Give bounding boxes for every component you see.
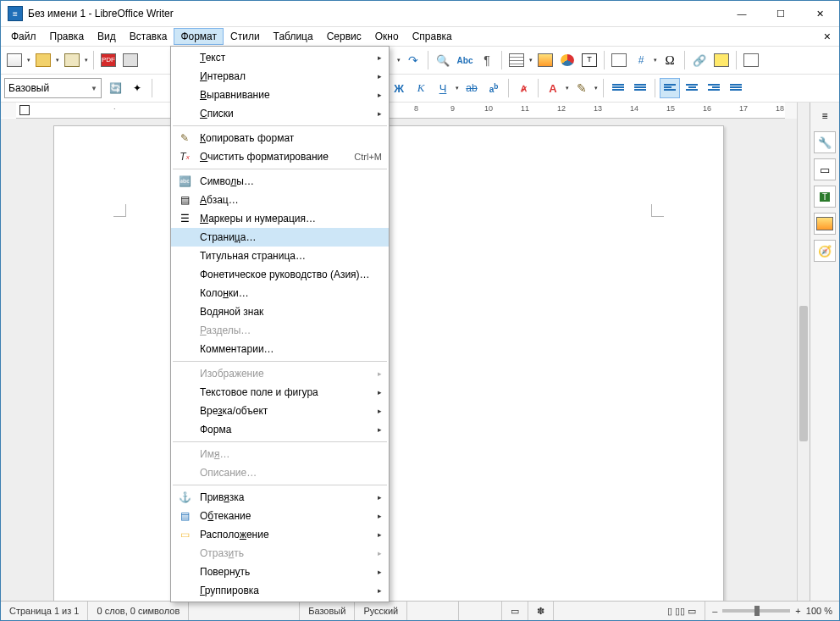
menu-item-title-page[interactable]: Титульная страница… xyxy=(171,247,389,265)
align-left-button[interactable] xyxy=(660,78,680,98)
underline-button[interactable]: Ч▾ xyxy=(433,78,453,98)
insert-special-char-button[interactable]: Ω xyxy=(660,50,680,70)
zoom-in-icon[interactable]: + xyxy=(795,606,800,616)
menu-item-align[interactable]: Выравнивание▸ xyxy=(171,86,389,104)
status-signature[interactable]: ✽ xyxy=(528,602,554,620)
menu-item-frame-object[interactable]: Врезка/объект▸ xyxy=(171,402,389,420)
menu-edit[interactable]: Правка xyxy=(43,28,91,45)
draw-functions-button[interactable] xyxy=(741,50,761,70)
export-pdf-button[interactable]: PDF xyxy=(98,50,119,70)
menu-item-bullets-numbering[interactable]: ☰Маркеры и нумерация… xyxy=(171,209,389,228)
align-justify-button[interactable] xyxy=(726,78,746,98)
status-view-layout[interactable]: ▯ ▯▯ ▭ xyxy=(659,602,705,620)
menu-styles[interactable]: Стили xyxy=(224,28,267,45)
menu-item-text-frame[interactable]: Текстовое поле и фигура▸ xyxy=(171,383,389,402)
highlight-button[interactable]: ✎▾ xyxy=(572,78,592,98)
formatting-marks-button[interactable]: ¶ xyxy=(477,50,497,70)
menu-item-group[interactable]: Группировка▸ xyxy=(171,581,389,600)
scroll-thumb[interactable] xyxy=(799,306,808,441)
menu-view[interactable]: Вид xyxy=(91,28,123,45)
menu-insert[interactable]: Вставка xyxy=(123,28,174,45)
menu-item-spacing[interactable]: Интервал▸ xyxy=(171,67,389,86)
find-button[interactable]: 🔍 xyxy=(433,50,453,70)
align-center-button[interactable] xyxy=(682,78,702,98)
brush-icon: ✎ xyxy=(176,131,193,145)
menu-item-character[interactable]: 🔤Символы… xyxy=(171,172,389,191)
insert-chart-button[interactable] xyxy=(557,50,578,70)
menu-item-anchor[interactable]: ⚓Привязка▸ xyxy=(171,488,389,507)
update-style-button[interactable]: 🔄 xyxy=(105,78,125,98)
maximize-button[interactable]: ☐ xyxy=(761,1,800,26)
status-word-count[interactable]: 0 слов, 0 символов xyxy=(88,602,189,620)
menu-item-rotate[interactable]: Повернуть▸ xyxy=(171,563,389,581)
vertical-scrollbar[interactable] xyxy=(797,103,810,601)
menu-item-watermark[interactable]: Водяной знак xyxy=(171,302,389,321)
status-page[interactable]: Страница 1 из 1 xyxy=(1,602,88,620)
insert-field-button[interactable]: #▾ xyxy=(631,50,651,70)
menu-item-page[interactable]: Страница… xyxy=(171,228,389,247)
menu-format[interactable]: Формат xyxy=(174,28,224,45)
menu-tools[interactable]: Сервис xyxy=(320,28,368,45)
status-zoom[interactable]: – + 100 % xyxy=(705,606,839,616)
strikethrough-button[interactable]: ab xyxy=(461,78,482,98)
number-list-button[interactable] xyxy=(630,78,650,98)
italic-button[interactable]: К xyxy=(411,78,431,98)
close-document-button[interactable]: × xyxy=(819,30,836,43)
status-page-style[interactable]: Базовый xyxy=(300,602,355,620)
open-button[interactable]: ▾ xyxy=(33,50,53,70)
menu-item-arrange[interactable]: ▭Расположение▸ xyxy=(171,525,389,544)
document-canvas[interactable] xyxy=(1,119,797,601)
menu-item-comments[interactable]: Комментарии… xyxy=(171,340,389,358)
paragraph-style-combo[interactable]: Базовый ▼ xyxy=(4,78,102,98)
menu-item-clone-formatting[interactable]: ✎Копировать формат xyxy=(171,129,389,147)
bold-button[interactable]: Ж xyxy=(389,78,409,98)
bullet-list-button[interactable] xyxy=(608,78,628,98)
sidebar-gallery-button[interactable] xyxy=(814,213,836,235)
menu-item-columns[interactable]: Колонки… xyxy=(171,284,389,302)
print-button[interactable] xyxy=(120,50,141,70)
zoom-slider[interactable] xyxy=(722,609,790,613)
redo-button[interactable]: ↷ xyxy=(403,50,423,70)
menu-item-phonetic[interactable]: Фонетическое руководство (Азия)… xyxy=(171,265,389,284)
paragraph-style-value: Базовый xyxy=(8,82,91,94)
sidebar-properties-button[interactable]: 🔧 xyxy=(814,131,836,153)
sidebar-navigator-button[interactable]: 🧭 xyxy=(814,240,836,262)
menu-table[interactable]: Таблица xyxy=(267,28,320,45)
insert-textbox-button[interactable]: T xyxy=(579,50,600,70)
new-style-button[interactable]: ✦ xyxy=(127,78,147,98)
menu-file[interactable]: Файл xyxy=(4,28,43,45)
align-right-button[interactable] xyxy=(704,78,724,98)
menu-item-flip: Отразить▸ xyxy=(171,544,389,563)
new-document-button[interactable]: ▾ xyxy=(4,50,25,70)
sidebar-settings-icon[interactable]: ≡ xyxy=(815,106,835,126)
menu-item-lists[interactable]: Списки▸ xyxy=(171,104,389,123)
menu-item-form[interactable]: Форма▸ xyxy=(171,420,389,439)
insert-image-button[interactable] xyxy=(535,50,555,70)
menu-help[interactable]: Справка xyxy=(406,28,459,45)
close-button[interactable]: ✕ xyxy=(800,1,839,26)
sidebar-styles-button[interactable]: T xyxy=(814,186,836,208)
clear-formatting-button[interactable]: A̷ xyxy=(513,78,533,98)
insert-hyperlink-button[interactable]: 🔗 xyxy=(689,50,710,70)
status-language[interactable]: Русский xyxy=(355,602,407,620)
horizontal-ruler[interactable]: · 8 9 10 11 12 13 14 15 16 17 18 xyxy=(16,103,785,119)
insert-table-button[interactable]: ▾ xyxy=(506,50,527,70)
menu-item-text[interactable]: Текст▸ xyxy=(171,48,389,67)
sidebar-page-button[interactable]: ▭ xyxy=(814,158,836,180)
superscript-button[interactable]: ab xyxy=(484,78,504,98)
zoom-value[interactable]: 100 % xyxy=(806,606,832,616)
menu-window[interactable]: Окно xyxy=(368,28,406,45)
zoom-out-icon[interactable]: – xyxy=(712,606,717,616)
status-selection-mode[interactable]: ▭ xyxy=(502,602,528,620)
insert-page-break-button[interactable] xyxy=(609,50,629,70)
insert-comment-button[interactable] xyxy=(711,50,732,70)
status-insert-mode[interactable] xyxy=(459,602,502,620)
minimize-button[interactable]: — xyxy=(722,1,761,26)
menu-item-clear-formatting[interactable]: TxОчистить форматированиеCtrl+M xyxy=(171,147,389,166)
menu-item-wrap[interactable]: ▤Обтекание▸ xyxy=(171,507,389,525)
save-button[interactable]: ▾ xyxy=(62,50,82,70)
title-bar: ≡ Без имени 1 - LibreOffice Writer — ☐ ✕ xyxy=(1,1,839,27)
spellcheck-button[interactable]: Abc xyxy=(455,50,475,70)
menu-item-paragraph[interactable]: ▤Абзац… xyxy=(171,191,389,209)
font-color-button[interactable]: A▾ xyxy=(543,78,563,98)
